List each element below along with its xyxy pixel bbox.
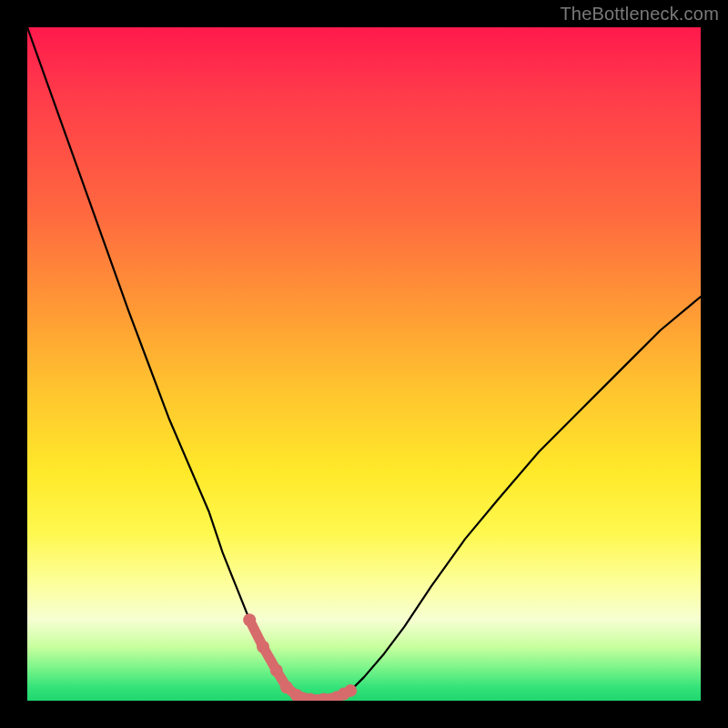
plot-area (27, 27, 701, 701)
chart-frame: TheBottleneck.com (0, 0, 728, 728)
highlight-point (243, 613, 256, 626)
watermark-text: TheBottleneck.com (560, 4, 719, 25)
curve-layer (27, 27, 701, 701)
highlight-point (344, 684, 357, 697)
highlight-point (257, 641, 269, 653)
highlight-point (270, 664, 283, 677)
highlight-connector (249, 620, 350, 699)
bottleneck-curve (27, 27, 701, 700)
highlight-point (280, 681, 293, 693)
highlight-points (243, 613, 357, 701)
